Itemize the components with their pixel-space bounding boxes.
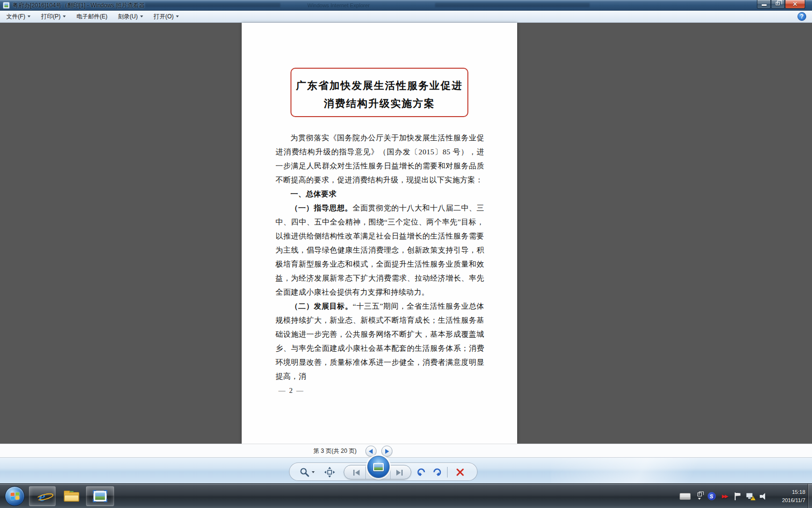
network-warning-icon[interactable] (744, 484, 757, 508)
background-window-smudge (435, 3, 590, 7)
keyboard-tray-icon[interactable] (678, 484, 692, 508)
next-icon (395, 470, 403, 476)
windows-logo-icon (11, 492, 19, 500)
taskbar-internet-explorer-button[interactable]: e (29, 486, 56, 506)
chevron-down-icon (698, 498, 701, 500)
rotate-clockwise-button[interactable] (432, 463, 442, 481)
minimize-icon (762, 4, 767, 6)
menu-open-label: 打开(O) (154, 13, 174, 21)
chevron-down-icon (312, 471, 315, 473)
clock-time: 15:18 (792, 488, 805, 496)
photo-viewer-icon (93, 491, 107, 502)
next-image-button[interactable] (395, 465, 403, 480)
rotate-clockwise-icon (432, 467, 442, 478)
chevron-down-icon (28, 15, 30, 17)
actual-size-button[interactable] (324, 463, 335, 481)
divider (365, 466, 366, 479)
input-method-tray-icon[interactable]: S (706, 484, 717, 508)
chevron-down-icon (63, 15, 66, 17)
close-icon: ✕ (785, 0, 805, 9)
menu-email[interactable]: 电子邮件(E) (72, 12, 112, 22)
next-page-button[interactable] (381, 446, 392, 457)
divider (390, 466, 391, 479)
menu-bar: 文件(F) 打印(P) 电子邮件(E) 刻录(U) 打开(O) ? (0, 11, 812, 23)
show-desktop-button[interactable] (808, 484, 812, 508)
document-paragraph: 一、总体要求 (276, 187, 484, 201)
restore-button[interactable] (771, 0, 785, 9)
previous-page-button[interactable] (365, 446, 377, 457)
minimize-button[interactable] (757, 0, 771, 9)
document-paragraph: （一）指导思想。全面贯彻党的十八大和十八届二中、三中、四中、五中全会精神，围绕“… (276, 201, 484, 299)
background-window-smudge (145, 3, 280, 7)
delete-icon (456, 468, 464, 477)
window-controls: ✕ (757, 0, 805, 9)
menu-file-label: 文件(F) (6, 13, 25, 21)
pager-group: 第 3 页(共 20 页) (271, 444, 435, 458)
rotate-counterclockwise-button[interactable] (416, 463, 427, 481)
document-paragraph: （二）发展目标。“十三五”期间，全省生活性服务业总体规模持续扩大，新业态、新模式… (276, 299, 484, 383)
menu-print-label: 打印(P) (41, 13, 60, 21)
zoom-button[interactable] (299, 463, 310, 481)
menu-email-label: 电子邮件(E) (76, 13, 107, 21)
triangle-right-icon (385, 449, 389, 454)
action-center-flag-icon[interactable] (732, 484, 743, 508)
taskbar-photo-viewer-button[interactable] (86, 486, 114, 506)
menu-burn-label: 刻录(U) (118, 13, 138, 21)
volume-icon[interactable] (758, 484, 769, 508)
double-chevron-tray-icon[interactable]: ▶▶ (718, 484, 731, 508)
tray-clock[interactable]: 15:18 2016/11/7 (782, 484, 805, 508)
menu-open[interactable]: 打开(O) (149, 12, 183, 22)
chevron-down-icon (140, 15, 143, 17)
viewer-canvas: 广东省加快发展生活性服务业促进 消费结构升级实施方案 为贯彻落实《国务院办公厅关… (0, 23, 812, 444)
document-body: 为贯彻落实《国务院办公厅关于加快发展生活性服务业促进消费结构升级的指导意见》（国… (276, 131, 484, 383)
taskbar: e S ▶▶ (0, 483, 812, 508)
hidden-icons-button[interactable] (694, 484, 705, 508)
rotate-counterclockwise-icon (416, 467, 427, 478)
menu-burn[interactable]: 刻录(U) (114, 12, 147, 22)
ghost-window-title: Windows Internet Explorer (307, 2, 370, 8)
slideshow-icon (373, 463, 384, 471)
page-navigation-bar: 第 3 页(共 20 页) (0, 444, 812, 458)
menu-file[interactable]: 文件(F) (2, 12, 35, 22)
document-paragraph: 为贯彻落实《国务院办公厅关于加快发展生活性服务业促进消费结构升级的指导意见》（国… (276, 131, 484, 187)
chevron-down-icon (176, 15, 179, 17)
window-titlebar: 粤府办[2016]104号（翻印[1] - Windows 照片查看器 Wind… (0, 0, 812, 11)
page-number-footer: — 2 — (278, 387, 304, 395)
previous-icon (353, 470, 361, 476)
zoom-dropdown[interactable] (312, 463, 315, 481)
internet-explorer-icon: e (39, 489, 45, 504)
triangle-left-icon (369, 449, 373, 454)
folder-icon (64, 491, 79, 502)
photo-viewer-app-icon (3, 2, 10, 9)
divider (447, 463, 448, 481)
help-icon[interactable]: ? (798, 12, 806, 21)
close-button[interactable]: ✕ (785, 0, 805, 9)
screen: 粤府办[2016]104号（翻印[1] - Windows 照片查看器 Wind… (0, 0, 812, 508)
document-title-line-1: 广东省加快发展生活性服务业促进 (291, 77, 467, 95)
delete-button[interactable] (456, 463, 464, 481)
document-title-line-2: 消费结构升级实施方案 (291, 95, 467, 113)
menu-print[interactable]: 打印(P) (37, 12, 70, 22)
restore-mini-icon (697, 493, 702, 496)
previous-image-button[interactable] (353, 465, 361, 480)
zoom-icon (299, 467, 310, 478)
page-counter: 第 3 页(共 20 页) (313, 447, 356, 455)
photo-thumbnail-glyph (4, 3, 8, 7)
document-page: 广东省加快发展生活性服务业促进 消费结构升级实施方案 为贯彻落实《国务院办公厅关… (242, 23, 517, 444)
start-button[interactable] (5, 486, 25, 506)
actual-size-icon (324, 467, 335, 478)
slideshow-button[interactable] (367, 456, 390, 478)
taskbar-file-explorer-button[interactable] (61, 484, 82, 508)
toolbar-sheen (551, 458, 754, 483)
document-title-box: 广东省加快发展生活性服务业促进 消费结构升级实施方案 (290, 68, 468, 117)
restore-icon (776, 2, 780, 5)
clock-date: 2016/11/7 (782, 496, 805, 505)
window-title: 粤府办[2016]104号（翻印[1] - Windows 照片查看器 (13, 1, 145, 10)
